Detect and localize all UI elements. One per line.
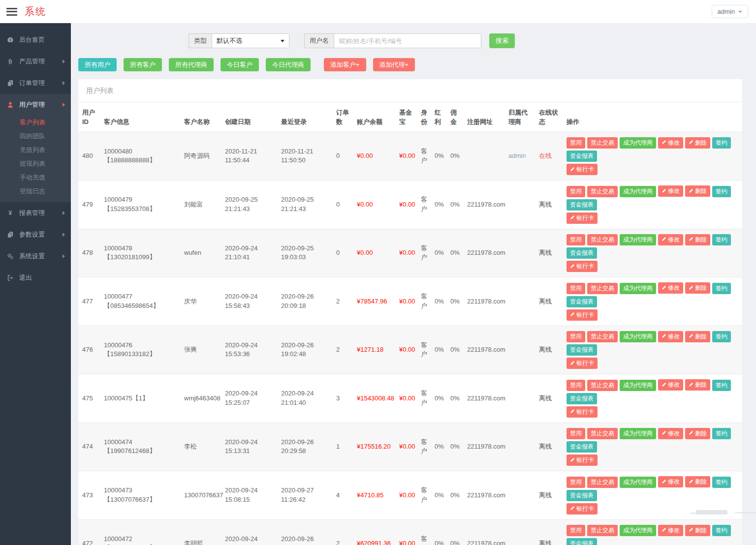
row-action-成为代理商[interactable]: 成为代理商: [620, 234, 656, 245]
row-action-禁止交易[interactable]: 禁止交易: [587, 283, 618, 294]
row-action-删除[interactable]: 删除: [685, 282, 710, 294]
row-action-资金报表[interactable]: 资金报表: [567, 151, 597, 162]
row-action-资金报表[interactable]: 资金报表: [567, 199, 597, 211]
row-action-禁止交易[interactable]: 禁止交易: [587, 525, 618, 536]
row-action-成为代理商[interactable]: 成为代理商: [620, 186, 656, 197]
toolbar-button-所有客户[interactable]: 所有客户: [124, 58, 162, 71]
row-action-删除[interactable]: 删除: [685, 476, 710, 487]
row-action-禁用[interactable]: 禁用: [567, 283, 585, 294]
agent-link[interactable]: admin: [508, 152, 526, 159]
row-action-银行卡[interactable]: 银行卡: [567, 406, 598, 418]
username-input[interactable]: [334, 33, 481, 48]
sidebar-item-参数设置[interactable]: 参数设置: [0, 224, 71, 245]
search-button[interactable]: 搜索: [489, 33, 515, 48]
sidebar-subitem-充值列表[interactable]: 充值列表: [0, 143, 71, 157]
row-action-禁止交易[interactable]: 禁止交易: [587, 186, 618, 197]
menu-toggle-icon[interactable]: [6, 6, 17, 17]
row-action-禁用[interactable]: 禁用: [567, 477, 585, 488]
row-action-禁用[interactable]: 禁用: [567, 331, 585, 342]
row-action-资金报表[interactable]: 资金报表: [567, 296, 597, 307]
row-action-成为代理商[interactable]: 成为代理商: [620, 331, 656, 342]
sidebar-subitem-提现列表[interactable]: 提现列表: [0, 157, 71, 171]
row-action-资金报表[interactable]: 资金报表: [567, 344, 597, 356]
row-action-资金报表[interactable]: 资金报表: [567, 247, 597, 259]
row-action-修改[interactable]: 修改: [658, 476, 683, 487]
row-action-禁用[interactable]: 禁用: [567, 525, 585, 536]
row-action-成为代理商[interactable]: 成为代理商: [620, 477, 656, 488]
row-action-修改[interactable]: 修改: [658, 137, 683, 149]
sidebar-item-产品管理[interactable]: B产品管理: [0, 51, 71, 72]
row-action-禁用[interactable]: 禁用: [567, 428, 585, 439]
row-action-银行卡[interactable]: 银行卡: [567, 503, 598, 515]
row-action-资金报表[interactable]: 资金报表: [567, 490, 597, 501]
sidebar-subitem-登陆日志[interactable]: 登陆日志: [0, 184, 71, 198]
row-action-禁用[interactable]: 禁用: [567, 380, 585, 391]
sidebar-item-用户管理[interactable]: 用户管理: [0, 94, 71, 116]
row-action-删除[interactable]: 删除: [685, 234, 710, 245]
row-action-禁止交易[interactable]: 禁止交易: [587, 234, 618, 245]
row-action-禁止交易[interactable]: 禁止交易: [587, 428, 618, 439]
row-action-禁止交易[interactable]: 禁止交易: [587, 137, 618, 149]
toolbar-button-添加客户+[interactable]: 添加客户+: [324, 58, 366, 71]
row-action-禁止交易[interactable]: 禁止交易: [587, 477, 618, 488]
sidebar-item-订单管理[interactable]: 订单管理: [0, 72, 71, 94]
row-action-银行卡[interactable]: 银行卡: [567, 212, 598, 224]
row-action-签约[interactable]: 签约: [712, 380, 731, 391]
toolbar-button-所有代理商[interactable]: 所有代理商: [169, 58, 214, 71]
toolbar-button-今日客户[interactable]: 今日客户: [220, 58, 259, 71]
row-action-禁用[interactable]: 禁用: [567, 234, 585, 245]
row-action-签约[interactable]: 签约: [712, 525, 731, 536]
row-action-签约[interactable]: 签约: [712, 477, 731, 488]
row-action-删除[interactable]: 删除: [685, 137, 710, 149]
row-action-成为代理商[interactable]: 成为代理商: [620, 380, 656, 391]
type-select[interactable]: 默认不选: [212, 33, 289, 48]
row-action-成为代理商[interactable]: 成为代理商: [620, 428, 656, 439]
row-action-删除[interactable]: 删除: [685, 185, 710, 197]
row-action-签约[interactable]: 签约: [712, 331, 731, 342]
row-action-银行卡[interactable]: 银行卡: [567, 454, 598, 466]
last-login-cell: 2020-09-2521:21:43: [277, 181, 332, 229]
sidebar-subitem-手动充值[interactable]: 手动充值: [0, 171, 71, 184]
row-action-成为代理商[interactable]: 成为代理商: [620, 283, 656, 294]
row-action-签约[interactable]: 签约: [712, 137, 731, 149]
row-action-修改[interactable]: 修改: [658, 379, 683, 391]
row-action-资金报表[interactable]: 资金报表: [567, 441, 597, 453]
row-action-银行卡[interactable]: 银行卡: [567, 309, 598, 321]
sidebar-item-报表管理[interactable]: ¥报表管理: [0, 202, 71, 224]
row-action-签约[interactable]: 签约: [712, 186, 731, 197]
row-action-资金报表[interactable]: 资金报表: [567, 538, 597, 545]
sidebar-item-后台首页[interactable]: 后台首页: [0, 29, 71, 51]
sidebar-item-系统设置[interactable]: 系统设置: [0, 245, 71, 267]
user-menu[interactable]: admin: [712, 5, 748, 18]
toolbar-button-今日代理商[interactable]: 今日代理商: [266, 58, 311, 71]
row-action-删除[interactable]: 删除: [685, 379, 710, 391]
toolbar-button-所有用户[interactable]: 所有用户: [78, 58, 117, 71]
row-action-禁用[interactable]: 禁用: [567, 137, 585, 149]
row-action-签约[interactable]: 签约: [712, 234, 731, 245]
row-action-修改[interactable]: 修改: [658, 428, 683, 439]
sidebar-subitem-客户列表[interactable]: 客户列表: [0, 116, 71, 129]
row-action-禁止交易[interactable]: 禁止交易: [587, 331, 618, 342]
row-action-修改[interactable]: 修改: [658, 234, 683, 245]
sidebar-subitem-我的团队[interactable]: 我的团队: [0, 129, 71, 143]
row-action-删除[interactable]: 删除: [685, 331, 710, 342]
pencil-icon: [689, 382, 693, 389]
row-action-银行卡[interactable]: 银行卡: [567, 164, 598, 175]
row-action-删除[interactable]: 删除: [685, 428, 710, 439]
row-action-资金报表[interactable]: 资金报表: [567, 393, 597, 404]
toolbar-button-添加代理+[interactable]: 添加代理+: [373, 58, 415, 71]
row-action-签约[interactable]: 签约: [712, 283, 731, 294]
row-action-银行卡[interactable]: 银行卡: [567, 358, 598, 369]
row-action-禁用[interactable]: 禁用: [567, 186, 585, 197]
row-action-修改[interactable]: 修改: [658, 331, 683, 342]
row-action-签约[interactable]: 签约: [712, 428, 731, 439]
row-action-修改[interactable]: 修改: [658, 525, 683, 536]
sidebar-item-退出[interactable]: 退出: [0, 267, 71, 289]
row-action-修改[interactable]: 修改: [658, 185, 683, 197]
row-action-删除[interactable]: 删除: [685, 525, 710, 536]
row-action-成为代理商[interactable]: 成为代理商: [620, 525, 656, 536]
row-action-修改[interactable]: 修改: [658, 282, 683, 294]
row-action-成为代理商[interactable]: 成为代理商: [620, 137, 656, 149]
row-action-禁止交易[interactable]: 禁止交易: [587, 380, 618, 391]
row-action-银行卡[interactable]: 银行卡: [567, 261, 598, 272]
